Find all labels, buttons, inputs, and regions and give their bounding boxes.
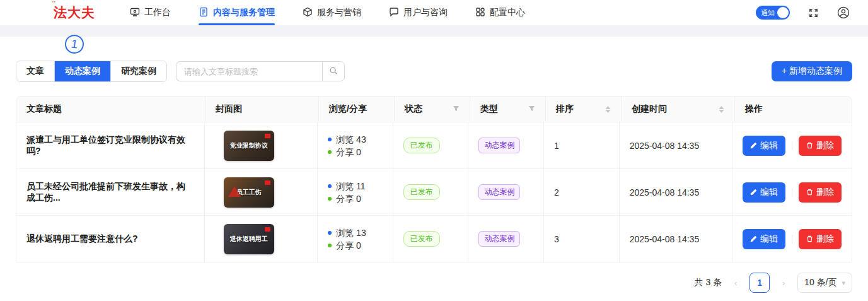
type-filter-icon[interactable] [528,104,535,114]
trash-icon [806,189,813,196]
type-cell: 动态案例 [468,216,544,262]
col-header-cover: 封面图 [205,97,319,122]
table-row: 退休返聘用工需要注意什么? 退休返聘用工 浏览 13 分享 0 已发布 动态案例… [16,215,852,262]
views-shares-cell: 浏览 43 分享 0 [318,122,393,168]
nav-item-marketing[interactable]: 服务与营销 [303,0,361,25]
col-header-order: 排序 [546,97,622,122]
page-number-1[interactable]: 1 [749,273,770,293]
order-sorter-icon[interactable] [605,106,611,113]
pencil-icon [750,142,757,149]
delete-button[interactable]: 删除 [799,182,842,203]
status-filter-icon[interactable] [453,104,460,114]
pencil-icon [750,189,757,196]
cover-logo-mark [265,227,270,232]
top-navigation-bar: ''法大夫 工作台 内容与服务管理 服务与营销 [0,0,868,25]
nav-label: 工作台 [144,7,171,18]
page: ''法大夫 工作台 内容与服务管理 服务与营销 [0,0,868,301]
created-time-cell: 2025-04-08 14:35 [620,216,732,262]
views-dot [328,231,332,235]
main-nav: 工作台 内容与服务管理 服务与营销 用户与咨询 [130,0,525,25]
edit-button[interactable]: 编辑 [743,229,785,249]
toolbar: 文章 动态案例 研究案例 + 新增动态案例 [0,61,868,82]
annotation-number: 1 [70,37,79,51]
type-badge: 动态案例 [478,184,520,200]
delete-button[interactable]: 删除 [799,136,842,156]
next-page-button[interactable]: › [778,278,789,288]
status-badge: 已发布 [403,184,440,200]
nav-item-workbench[interactable]: 工作台 [130,0,171,25]
cover-logo-mark [265,180,270,185]
article-title: 退休返聘用工需要注意什么? [16,216,205,262]
search-icon [329,66,338,77]
button-divider [792,188,792,197]
edit-button[interactable]: 编辑 [743,182,785,203]
status-cell: 已发布 [393,169,469,215]
search-input[interactable] [176,61,322,81]
button-divider [792,141,792,150]
status-cell: 已发布 [393,122,469,168]
col-header-type: 类型 [470,97,546,122]
annotation-circle-1: 1 [64,33,85,55]
cover-thumbnail[interactable]: 员工工伤 [224,177,274,208]
user-avatar-icon[interactable] [836,6,850,20]
delete-button[interactable]: 删除 [799,229,842,249]
cover-cell: 退休返聘用工 [205,216,318,262]
tab-dynamic-cases[interactable]: 动态案例 [55,61,111,81]
page-size-select[interactable]: 10 条/页 ▾ [797,273,852,293]
status-cell: 已发布 [393,216,469,262]
tab-group: 文章 动态案例 研究案例 [16,61,167,82]
workbench-icon [130,7,140,19]
cover-logo-mark [265,134,270,138]
edit-button[interactable]: 编辑 [743,136,785,156]
nav-item-content-management[interactable]: 内容与服务管理 [199,0,275,25]
button-divider [792,235,792,244]
notification-toggle-label: 通知 [761,8,775,18]
prev-page-button[interactable]: ‹ [731,278,741,288]
created-sorter-icon[interactable] [719,106,724,113]
topbar-right: 通知 [756,6,850,20]
chevron-down-icon: ▾ [842,279,845,287]
cover-thumbnail[interactable]: 退休返聘用工 [224,224,274,254]
fullscreen-icon[interactable] [806,6,820,20]
views-dot [328,138,332,141]
type-cell: 动态案例 [468,122,544,168]
status-badge: 已发布 [403,138,440,153]
trash-icon [806,235,813,242]
nav-label: 内容与服务管理 [213,7,275,18]
search-button[interactable] [322,61,345,81]
type-cell: 动态案例 [468,169,544,215]
nav-item-users[interactable]: 用户与咨询 [389,0,448,25]
notification-toggle[interactable]: 通知 [756,6,790,20]
order-cell: 1 [544,122,620,168]
document-icon [199,7,209,19]
cover-cell: 员工工伤 [205,169,318,215]
header-divider-band [0,25,868,37]
search-bar [176,61,345,81]
shares-dot [328,244,332,247]
shares-dot [328,197,332,201]
cover-cell: 竞业限制协议 [205,122,318,168]
views-shares-cell: 浏览 11 分享 0 [318,169,393,215]
nav-label: 配置中心 [490,7,525,18]
col-header-title: 文章标题 [16,97,205,122]
logo-text: 法大夫 [54,5,95,20]
add-dynamic-case-button[interactable]: + 新增动态案例 [772,61,852,81]
toggle-knob [777,7,789,18]
col-header-status: 状态 [395,97,470,122]
cases-table: 文章标题 封面图 浏览/分享 状态 类型 排序 [16,96,852,263]
chat-bubble-icon [389,7,399,19]
views-shares-cell: 浏览 13 分享 0 [318,216,393,262]
total-count: 共 3 条 [695,277,722,288]
tab-research-cases[interactable]: 研究案例 [111,61,166,81]
views-dot [328,184,332,188]
order-cell: 2 [544,169,620,215]
cover-thumbnail[interactable]: 竞业限制协议 [224,131,274,161]
nav-item-config-center[interactable]: 配置中心 [475,0,525,25]
pencil-icon [750,235,757,242]
nav-label: 服务与营销 [317,7,361,18]
article-title: 派遣工与用工单位签订竞业限制协议有效吗? [16,122,205,168]
table-body: 派遣工与用工单位签订竞业限制协议有效吗? 竞业限制协议 浏览 43 分享 0 已… [16,122,852,262]
tab-articles[interactable]: 文章 [16,61,55,81]
nav-label: 用户与咨询 [403,7,448,18]
brand-logo[interactable]: ''法大夫 [54,4,95,21]
